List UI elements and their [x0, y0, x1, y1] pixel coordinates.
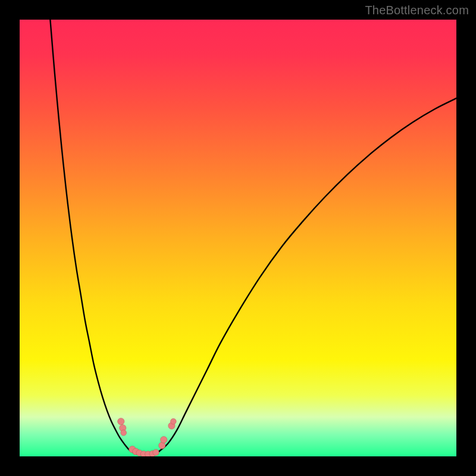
data-marker [121, 430, 127, 436]
bottleneck-chart [20, 20, 456, 456]
data-marker [118, 418, 124, 425]
data-marker [161, 436, 167, 443]
watermark-text: TheBottleneck.com [365, 4, 469, 17]
app-frame: TheBottleneck.com [0, 0, 476, 476]
data-marker [153, 449, 159, 456]
data-marker [171, 418, 177, 424]
plot-area [20, 20, 456, 456]
gradient-background [20, 20, 456, 456]
